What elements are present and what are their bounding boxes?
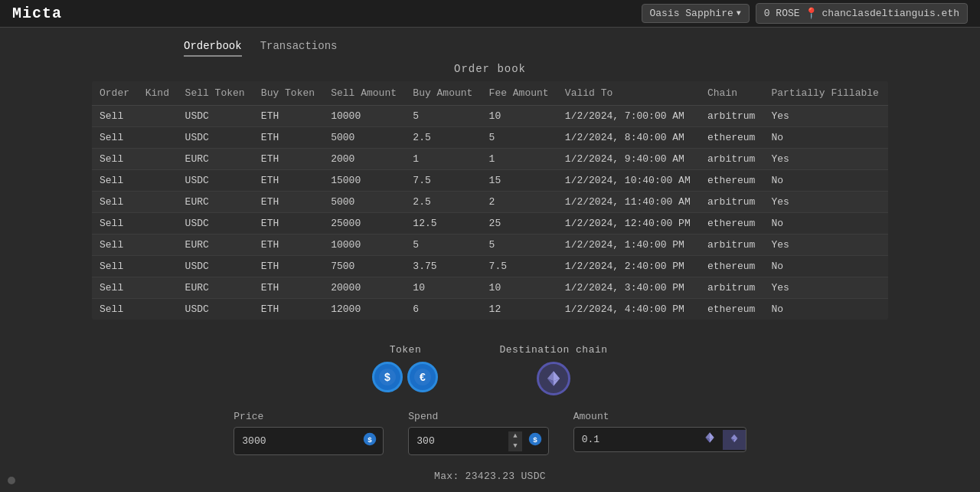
token-icons: $ €: [372, 362, 438, 392]
table-row[interactable]: SellEURCETH50002.521/2/2024, 11:40:00 AM…: [92, 192, 888, 213]
spend-input-wrapper: ▲ ▼ $: [408, 427, 548, 455]
table-cell: 1/2/2024, 1:40:00 PM: [557, 235, 700, 256]
col-sell-token: Sell Token: [178, 81, 253, 106]
usdc-token-icon[interactable]: $: [372, 362, 403, 392]
table-cell: Sell: [92, 277, 138, 299]
spend-increment[interactable]: ▲: [508, 431, 521, 441]
table-cell: 6: [405, 299, 481, 320]
network-selector[interactable]: Oasis Sapphire ▼: [642, 4, 750, 23]
table-cell: Sell: [92, 170, 138, 192]
spend-token-icon: $: [522, 428, 548, 454]
table-cell: No: [763, 170, 888, 192]
spend-group: Spend ▲ ▼ $: [408, 411, 548, 455]
pin-icon: 📍: [805, 7, 818, 20]
table-cell: 1/2/2024, 10:40:00 AM: [557, 170, 700, 192]
inputs-row: Price $ Spend ▲: [234, 411, 746, 455]
col-buy-amount: Buy Amount: [405, 81, 481, 106]
table-cell: 5000: [323, 127, 405, 149]
main-content: Order book Order Kind Sell Token Buy Tok…: [0, 63, 980, 492]
spend-controls: ▲ ▼: [508, 431, 521, 451]
wallet-button[interactable]: 0 ROSE 📍 chanclasdeltianguis.eth: [756, 3, 968, 24]
amount-input-wrapper: [573, 427, 746, 452]
table-cell: 25: [482, 213, 557, 235]
table-cell: arbitrum: [700, 149, 763, 170]
table-row[interactable]: SellEURCETH2000111/2/2024, 9:40:00 AMarb…: [92, 149, 888, 170]
table-cell: [138, 277, 178, 299]
price-input[interactable]: [234, 429, 357, 453]
price-token-icon: $: [357, 428, 383, 454]
orderbook-title: Order book: [92, 63, 888, 75]
table-cell: USDC: [178, 213, 253, 235]
eth-amount-icon: [703, 431, 717, 444]
table-row[interactable]: SellUSDCETH2500012.5251/2/2024, 12:40:00…: [92, 213, 888, 235]
table-cell: ETH: [253, 213, 323, 235]
table-cell: Sell: [92, 149, 138, 170]
table-cell: EURC: [178, 192, 253, 213]
table-cell: 7.5: [482, 256, 557, 277]
table-cell: 2000: [323, 149, 405, 170]
table-cell: Sell: [92, 192, 138, 213]
col-chain: Chain: [700, 81, 763, 106]
svg-text:$: $: [368, 435, 373, 444]
svg-text:€: €: [420, 371, 426, 383]
table-cell: ETH: [253, 277, 323, 299]
table-row[interactable]: SellUSDCETH50002.551/2/2024, 8:40:00 AMe…: [92, 127, 888, 149]
table-cell: arbitrum: [700, 235, 763, 256]
table-cell: 1: [405, 149, 481, 170]
table-cell: No: [763, 127, 888, 149]
eurc-token-icon[interactable]: €: [407, 362, 438, 392]
eth-btn-icon: [729, 433, 740, 444]
amount-group: Amount: [573, 411, 746, 452]
max-text: Max: 23423.23 USDC: [434, 471, 546, 482]
form-section: Token $ €: [92, 344, 888, 492]
tab-orderbook[interactable]: Orderbook: [184, 40, 242, 57]
table-cell: ETH: [253, 106, 323, 127]
table-cell: 5000: [323, 192, 405, 213]
price-group: Price $: [234, 411, 384, 455]
col-order: Order: [92, 81, 138, 106]
amount-input[interactable]: [574, 428, 697, 451]
table-cell: 25000: [323, 213, 405, 235]
token-label: Token: [390, 344, 422, 356]
table-cell: 12: [482, 299, 557, 320]
status-dot: [8, 477, 15, 484]
table-cell: 7.5: [405, 170, 481, 192]
table-row[interactable]: SellUSDCETH75003.757.51/2/2024, 2:40:00 …: [92, 256, 888, 277]
table-cell: arbitrum: [700, 106, 763, 127]
table-cell: Sell: [92, 235, 138, 256]
table-cell: 5: [482, 235, 557, 256]
table-row[interactable]: SellUSDCETH150007.5151/2/2024, 10:40:00 …: [92, 170, 888, 192]
amount-label: Amount: [573, 411, 746, 422]
table-cell: Sell: [92, 127, 138, 149]
table-cell: ETH: [253, 256, 323, 277]
table-cell: Sell: [92, 256, 138, 277]
table-cell: ethereum: [700, 213, 763, 235]
table-cell: 10: [405, 277, 481, 299]
table-cell: 10: [482, 106, 557, 127]
table-cell: ETH: [253, 127, 323, 149]
network-name: Oasis Sapphire: [650, 8, 733, 19]
table-cell: ETH: [253, 235, 323, 256]
spend-input[interactable]: [409, 429, 508, 453]
table-cell: USDC: [178, 127, 253, 149]
table-cell: USDC: [178, 106, 253, 127]
table-cell: Yes: [763, 235, 888, 256]
spend-decrement[interactable]: ▼: [508, 441, 521, 451]
table-row[interactable]: SellUSDCETH100005101/2/2024, 7:00:00 AMa…: [92, 106, 888, 127]
table-cell: 12.5: [405, 213, 481, 235]
table-cell: ETH: [253, 192, 323, 213]
svg-text:$: $: [533, 435, 537, 444]
table-cell: 20000: [323, 277, 405, 299]
table-cell: USDC: [178, 256, 253, 277]
amount-eth-button[interactable]: [723, 430, 746, 450]
table-cell: 1/2/2024, 9:40:00 AM: [557, 149, 700, 170]
tab-transactions[interactable]: Transactions: [260, 40, 338, 57]
app-logo: Micta: [12, 5, 62, 22]
destination-chain-icon[interactable]: [537, 362, 570, 395]
table-row[interactable]: SellEURCETH10000551/2/2024, 1:40:00 PMar…: [92, 235, 888, 256]
table-cell: No: [763, 256, 888, 277]
table-row[interactable]: SellUSDCETH120006121/2/2024, 4:40:00 PMe…: [92, 299, 888, 320]
table-row[interactable]: SellEURCETH2000010101/2/2024, 3:40:00 PM…: [92, 277, 888, 299]
table-cell: USDC: [178, 299, 253, 320]
chain-group: Destination chain: [499, 344, 607, 395]
